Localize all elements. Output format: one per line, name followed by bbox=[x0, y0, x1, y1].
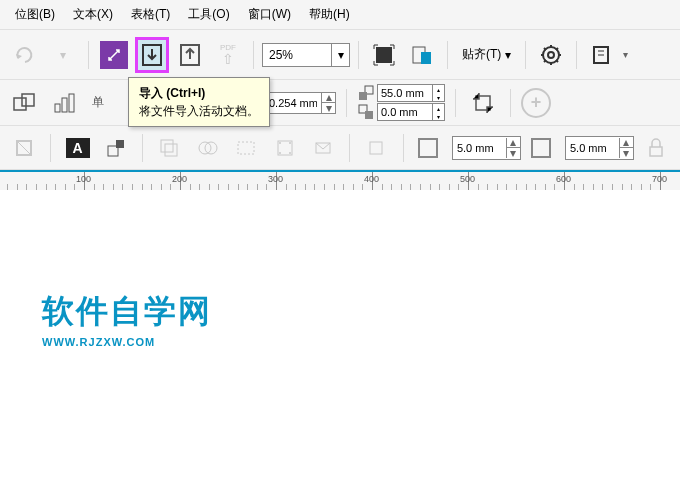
margin1-input[interactable] bbox=[453, 142, 506, 154]
svg-rect-11 bbox=[62, 98, 67, 112]
zoom-dropdown-icon[interactable]: ▾ bbox=[331, 44, 349, 66]
svg-rect-12 bbox=[69, 94, 74, 112]
line-width-field[interactable]: ▴▾ bbox=[264, 92, 336, 114]
undo-icon bbox=[8, 38, 42, 72]
svg-rect-10 bbox=[55, 104, 60, 112]
rect-tool-icon bbox=[8, 131, 40, 165]
menu-window[interactable]: 窗口(W) bbox=[248, 6, 291, 23]
separator bbox=[403, 134, 404, 162]
watermark: 软件自学网 WWW.RJZXW.COM bbox=[42, 290, 212, 348]
chevron-down-icon: ▾ bbox=[505, 48, 511, 62]
auto-button[interactable] bbox=[97, 38, 131, 72]
height-icon bbox=[357, 103, 375, 121]
separator bbox=[253, 41, 254, 69]
add-button[interactable]: + bbox=[521, 88, 551, 118]
separator bbox=[576, 41, 577, 69]
separator bbox=[88, 41, 89, 69]
dimensions-group: ▴▾ ▴▾ bbox=[357, 84, 445, 121]
line-width-input[interactable] bbox=[265, 97, 321, 109]
export-button[interactable] bbox=[173, 38, 207, 72]
svg-rect-25 bbox=[238, 142, 254, 154]
separator bbox=[349, 134, 350, 162]
combine-button[interactable] bbox=[8, 86, 42, 120]
standard-toolbar: ▾ PDF⇧ ▾ 贴齐(T)▾ ▾ bbox=[0, 30, 680, 80]
menu-help[interactable]: 帮助(H) bbox=[309, 6, 350, 23]
canvas-area[interactable]: 软件自学网 WWW.RJZXW.COM bbox=[0, 190, 680, 504]
menu-view[interactable]: 位图(B) bbox=[15, 6, 55, 23]
menu-bar: 位图(B) 文本(X) 表格(T) 工具(O) 窗口(W) 帮助(H) bbox=[0, 0, 680, 30]
svg-rect-20 bbox=[116, 140, 124, 148]
margin2-field[interactable]: ▴▾ bbox=[565, 136, 634, 160]
watermark-en: WWW.RJZXW.COM bbox=[42, 336, 212, 348]
property-toolbar: 导入 (Ctrl+I) 将文件导入活动文档。 单 ▴▾ ▴▾ ▴▾ + bbox=[0, 80, 680, 126]
menu-table[interactable]: 表格(T) bbox=[131, 6, 170, 23]
options-button[interactable] bbox=[534, 38, 568, 72]
svg-rect-33 bbox=[650, 147, 662, 156]
separator bbox=[346, 89, 347, 117]
outline-box2-icon[interactable] bbox=[527, 131, 559, 165]
chevron-down-icon[interactable]: ▾ bbox=[623, 49, 628, 60]
shape-tool-button[interactable] bbox=[100, 131, 132, 165]
svg-point-29 bbox=[279, 152, 281, 154]
pdf-export-icon: PDF⇧ bbox=[211, 38, 245, 72]
separator bbox=[358, 41, 359, 69]
crop-button[interactable] bbox=[466, 86, 500, 120]
separator bbox=[50, 134, 51, 162]
zoom-input[interactable] bbox=[263, 48, 331, 62]
width-field[interactable]: ▴▾ bbox=[377, 84, 445, 102]
shadow-icon bbox=[153, 131, 185, 165]
plus-icon: + bbox=[531, 92, 542, 113]
import-tooltip: 导入 (Ctrl+I) 将文件导入活动文档。 bbox=[128, 77, 270, 127]
spinner-down-icon[interactable]: ▾ bbox=[321, 103, 335, 113]
separator bbox=[447, 41, 448, 69]
margin1-field[interactable]: ▴▾ bbox=[452, 136, 521, 160]
prefix-label: 单 bbox=[92, 94, 104, 111]
undo-dropdown-icon: ▾ bbox=[46, 38, 80, 72]
zoom-field[interactable]: ▾ bbox=[262, 43, 350, 67]
svg-rect-8 bbox=[14, 98, 26, 110]
contour-icon bbox=[230, 131, 262, 165]
height-input[interactable] bbox=[378, 106, 432, 118]
svg-rect-32 bbox=[370, 142, 382, 154]
height-field[interactable]: ▴▾ bbox=[377, 103, 445, 121]
separator bbox=[455, 89, 456, 117]
svg-point-30 bbox=[289, 152, 291, 154]
tooltip-title: 导入 (Ctrl+I) bbox=[139, 86, 205, 100]
svg-point-27 bbox=[279, 142, 281, 144]
svg-rect-14 bbox=[359, 92, 367, 100]
separator bbox=[142, 134, 143, 162]
blend-icon bbox=[192, 131, 224, 165]
width-input[interactable] bbox=[378, 87, 432, 99]
width-icon bbox=[357, 84, 375, 102]
horizontal-ruler[interactable]: 100200300400500600700 bbox=[0, 170, 680, 190]
svg-rect-16 bbox=[365, 111, 373, 119]
watermark-cn: 软件自学网 bbox=[42, 290, 212, 334]
menu-tools[interactable]: 工具(O) bbox=[188, 6, 229, 23]
svg-rect-2 bbox=[376, 47, 392, 63]
svg-rect-21 bbox=[161, 140, 173, 152]
separator bbox=[525, 41, 526, 69]
align-button[interactable] bbox=[48, 86, 82, 120]
svg-point-28 bbox=[289, 142, 291, 144]
snap-button[interactable]: 贴齐(T)▾ bbox=[456, 46, 517, 63]
svg-rect-22 bbox=[165, 144, 177, 156]
preview-button[interactable] bbox=[405, 38, 439, 72]
lock-icon bbox=[640, 131, 672, 165]
svg-rect-4 bbox=[421, 52, 431, 64]
distort-icon bbox=[268, 131, 300, 165]
margin2-input[interactable] bbox=[566, 142, 619, 154]
envelope-icon bbox=[307, 131, 339, 165]
tooltip-desc: 将文件导入活动文档。 bbox=[139, 104, 259, 118]
extrude-icon bbox=[360, 131, 392, 165]
outline-box-icon[interactable] bbox=[413, 131, 445, 165]
text-effect-button[interactable]: A bbox=[61, 131, 93, 165]
import-button[interactable] bbox=[135, 37, 169, 73]
svg-rect-9 bbox=[22, 94, 34, 106]
separator bbox=[510, 89, 511, 117]
menu-text[interactable]: 文本(X) bbox=[73, 6, 113, 23]
fullscreen-button[interactable] bbox=[367, 38, 401, 72]
svg-point-6 bbox=[548, 52, 554, 58]
launch-button[interactable] bbox=[585, 38, 619, 72]
secondary-toolbar: A ▴▾ ▴▾ bbox=[0, 126, 680, 170]
